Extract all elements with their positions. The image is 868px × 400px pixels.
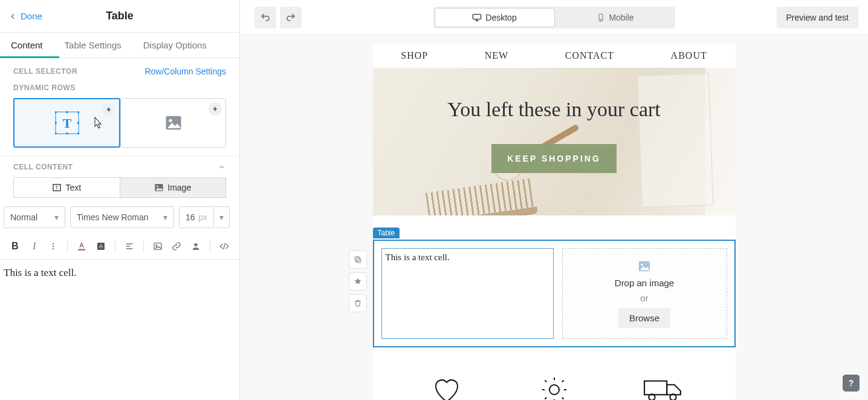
desktop-icon: [472, 13, 482, 22]
row-card-image[interactable]: [120, 98, 226, 148]
svg-point-8: [77, 122, 79, 124]
drop-image-text: Drop an image: [615, 278, 674, 288]
svg-point-2: [77, 111, 79, 113]
delete-block-button[interactable]: [349, 294, 367, 312]
svg-point-18: [53, 248, 54, 249]
copy-icon: [354, 255, 362, 264]
cell-type-text-label: Text: [65, 183, 81, 192]
cell-content-label: CELL CONTENT: [13, 163, 73, 171]
svg-point-7: [55, 122, 57, 124]
svg-point-32: [641, 263, 644, 266]
editor-sidebar: Done Table Content Table Settings Displa…: [0, 0, 240, 400]
dynamic-badge-icon: [102, 103, 115, 116]
nav-contact[interactable]: CONTACT: [565, 50, 614, 61]
hero-cta-button[interactable]: KEEP SHOPPING: [491, 144, 617, 173]
italic-button[interactable]: I: [25, 237, 44, 255]
svg-rect-34: [644, 381, 667, 395]
highlight-color-button[interactable]: A: [92, 237, 110, 255]
insert-merge-tag-button[interactable]: [187, 237, 205, 255]
align-icon: [125, 241, 134, 251]
device-desktop[interactable]: Desktop: [435, 8, 555, 27]
caret-down-icon: ▾: [163, 212, 167, 222]
svg-point-5: [66, 111, 68, 113]
nav-new[interactable]: NEW: [485, 50, 508, 61]
done-label: Done: [21, 11, 42, 21]
svg-point-33: [549, 385, 559, 395]
heart-icon: [418, 372, 473, 400]
save-block-button[interactable]: [349, 272, 367, 290]
duplicate-block-button[interactable]: [349, 251, 367, 269]
redo-button[interactable]: [280, 7, 302, 28]
row-card-text[interactable]: T: [13, 98, 120, 148]
bold-button[interactable]: B: [6, 237, 24, 255]
insert-image-button[interactable]: [149, 237, 167, 255]
table-block[interactable]: Table This is a text cell.: [373, 240, 736, 347]
kebab-icon: [49, 242, 57, 251]
svg-text:T: T: [56, 185, 59, 191]
undo-button[interactable]: [254, 7, 276, 28]
hero-block[interactable]: You left these in your cart KEEP SHOPPIN…: [373, 68, 736, 215]
insert-link-button[interactable]: [168, 237, 186, 255]
paragraph-style-value: Normal: [10, 212, 37, 222]
font-size-input[interactable]: 16 px: [179, 206, 214, 228]
cell-content-type-toggle: T Text Image: [0, 177, 239, 206]
mobile-icon: [597, 13, 605, 22]
cell-type-image[interactable]: Image: [120, 177, 227, 198]
help-label: ?: [849, 378, 854, 388]
font-size-value: 16: [186, 212, 195, 222]
svg-point-4: [77, 133, 79, 134]
svg-text:T: T: [62, 116, 71, 131]
cell-type-text[interactable]: T Text: [13, 177, 120, 198]
cell-content-header[interactable]: CELL CONTENT: [0, 156, 239, 177]
star-icon: [354, 277, 362, 286]
paragraph-style-select[interactable]: Normal ▾: [4, 206, 65, 228]
nav-about[interactable]: ABOUT: [671, 50, 707, 61]
tab-content[interactable]: Content: [0, 33, 54, 57]
separator: [115, 240, 115, 253]
text-color-icon: A: [76, 241, 87, 252]
caret-down-icon: ▾: [54, 212, 59, 222]
table-image-cell[interactable]: Drop an image or Browse: [562, 248, 727, 339]
font-size-stepper[interactable]: ▾: [214, 206, 230, 228]
block-action-rail: [349, 251, 367, 312]
more-format-button[interactable]: [45, 237, 63, 255]
svg-point-15: [157, 186, 158, 188]
canvas-topbar: Desktop Mobile Preview and test: [240, 0, 868, 35]
panel-title: Table: [106, 10, 134, 22]
svg-rect-30: [355, 257, 359, 261]
code-view-button[interactable]: [215, 237, 233, 255]
text-editor[interactable]: This is a text cell.: [0, 260, 239, 400]
device-mobile[interactable]: Mobile: [556, 7, 675, 28]
dynamic-rows-label: DYNAMIC ROWS: [13, 84, 76, 92]
separator: [143, 240, 144, 253]
chevron-up-icon: [218, 163, 226, 171]
table-text-cell[interactable]: This is a text cell.: [381, 248, 554, 339]
dynamic-rows-header: DYNAMIC ROWS: [0, 82, 239, 98]
done-button[interactable]: Done: [8, 0, 42, 32]
hero-decor: [636, 73, 714, 208]
sidebar-tabs: Content Table Settings Display Options: [0, 33, 239, 58]
preview-button-label: Preview and test: [786, 13, 849, 22]
canvas-area: Desktop Mobile Preview and test SHOP NEW…: [240, 0, 868, 400]
font-size-unit: px: [199, 212, 208, 222]
truck-icon: [636, 372, 690, 400]
hero-headline: You left these in your cart: [447, 98, 661, 121]
device-mobile-label: Mobile: [609, 13, 633, 22]
tab-table-settings[interactable]: Table Settings: [54, 33, 132, 57]
text-color-button[interactable]: A: [73, 237, 91, 255]
font-family-select[interactable]: Times New Roman ▾: [70, 206, 174, 228]
image-icon: [153, 241, 163, 251]
font-size-group: 16 px ▾: [179, 206, 230, 228]
text-icon: T: [52, 183, 62, 192]
preview-button[interactable]: Preview and test: [777, 7, 859, 28]
browse-button[interactable]: Browse: [618, 308, 670, 328]
align-button[interactable]: [120, 237, 138, 255]
tab-display-options[interactable]: Display Options: [132, 33, 218, 57]
canvas-stage[interactable]: SHOP NEW CONTACT ABOUT You left these in…: [240, 35, 868, 400]
help-button[interactable]: ?: [843, 375, 860, 392]
svg-point-17: [53, 245, 54, 246]
nav-shop[interactable]: SHOP: [401, 50, 428, 61]
row-column-settings-link[interactable]: Row/Column Settings: [144, 67, 226, 76]
svg-point-3: [55, 133, 57, 134]
sidebar-header: Done Table: [0, 0, 239, 33]
